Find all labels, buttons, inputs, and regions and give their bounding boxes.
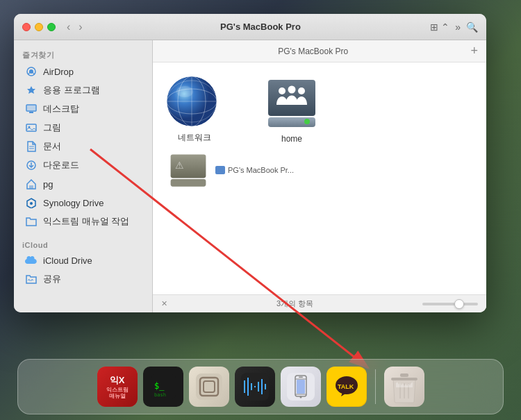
svg-text:bash: bash bbox=[154, 392, 166, 398]
exstream-icon bbox=[25, 215, 38, 228]
home-file-item[interactable]: home bbox=[264, 78, 320, 144]
airdrop-icon bbox=[25, 65, 38, 78]
dock-item-trash[interactable] bbox=[384, 367, 424, 407]
sidebar-item-pictures[interactable]: 그림 bbox=[17, 119, 149, 137]
sidebar: 즐겨찾기 AirDrop bbox=[14, 40, 153, 312]
title-bar: ‹ › PG's MacBook Pro ⊞ ⌃ » 🔍 bbox=[14, 14, 486, 40]
content-area: 즐겨찾기 AirDrop bbox=[14, 40, 486, 312]
svg-point-20 bbox=[176, 86, 193, 97]
dock-separator bbox=[375, 369, 376, 404]
synology-icon bbox=[25, 196, 38, 209]
shared-label: 공유 bbox=[43, 273, 61, 285]
sidebar-item-shared[interactable]: 공유 bbox=[17, 270, 149, 288]
back-button[interactable]: ‹ bbox=[64, 19, 73, 35]
window-title: PG's MacBook Pro bbox=[91, 22, 431, 32]
sidebar-item-synology[interactable]: Synology Drive bbox=[17, 194, 149, 212]
applications-icon bbox=[25, 84, 38, 96]
dock-item-soundboard[interactable] bbox=[235, 367, 275, 407]
extream-sub-text: 익스트림매뉴얼 bbox=[106, 387, 129, 400]
desktop-label: 데스크탑 bbox=[43, 103, 79, 115]
svg-point-26 bbox=[298, 87, 305, 94]
pictures-icon bbox=[25, 121, 38, 134]
svg-rect-58 bbox=[400, 373, 408, 377]
partial-item-label: PG's MacBook Pr... bbox=[228, 166, 294, 174]
svg-rect-3 bbox=[26, 105, 36, 111]
sidebar-item-desktop[interactable]: 데스크탑 bbox=[17, 100, 149, 118]
forward-button[interactable]: › bbox=[76, 19, 85, 35]
dock-item-iphone-mirroring[interactable] bbox=[281, 367, 321, 407]
svg-point-25 bbox=[288, 86, 296, 94]
network-icon bbox=[167, 76, 222, 126]
status-bar-left: ✕ bbox=[161, 299, 167, 308]
svg-rect-5 bbox=[26, 124, 36, 131]
sidebar-item-pg[interactable]: pg bbox=[17, 175, 149, 193]
desktop-icon bbox=[25, 103, 38, 115]
traffic-lights bbox=[22, 23, 56, 31]
sidebar-item-documents[interactable]: 문서 bbox=[17, 137, 149, 156]
shared-icon bbox=[25, 273, 38, 285]
downloads-label: 다운로드 bbox=[43, 159, 79, 171]
partial-row: ⚠ PG's MacBook Pr... bbox=[167, 153, 472, 187]
svg-rect-4 bbox=[29, 112, 33, 113]
add-button[interactable]: + bbox=[470, 44, 478, 58]
finder-window: ‹ › PG's MacBook Pro ⊞ ⌃ » 🔍 즐겨찾기 bbox=[14, 14, 486, 312]
sidebar-item-airdrop[interactable]: AirDrop bbox=[17, 62, 149, 81]
svg-rect-53 bbox=[297, 380, 305, 394]
exstream-label: 익스트림 매뉴얼 작업 bbox=[43, 215, 129, 228]
svg-point-13 bbox=[30, 202, 33, 205]
more-button[interactable]: » bbox=[455, 22, 461, 33]
dock-item-squircle[interactable] bbox=[189, 367, 229, 407]
pg-label: pg bbox=[43, 179, 53, 190]
location-bar: PG's MacBook Pro + bbox=[153, 40, 486, 62]
synology-label: Synology Drive bbox=[43, 198, 104, 208]
extream-ex-text: 익X bbox=[110, 374, 124, 387]
svg-rect-52 bbox=[299, 377, 303, 378]
icloud-drive-label: iCloud Drive bbox=[43, 255, 92, 266]
documents-icon bbox=[25, 140, 38, 153]
documents-label: 문서 bbox=[43, 140, 61, 153]
dock-item-kakao[interactable]: TALK bbox=[326, 367, 367, 407]
toolbar-right: ⊞ ⌃ » 🔍 bbox=[430, 22, 478, 33]
maximize-button[interactable] bbox=[47, 23, 56, 31]
svg-point-24 bbox=[279, 87, 286, 94]
network-file-item[interactable]: 네트워크 bbox=[167, 76, 222, 144]
view-button[interactable]: ⊞ ⌃ bbox=[430, 22, 449, 33]
svg-point-51 bbox=[299, 396, 301, 398]
close-icon-status[interactable]: ✕ bbox=[161, 299, 167, 308]
sidebar-item-exstream[interactable]: 익스트림 매뉴얼 작업 bbox=[17, 212, 149, 230]
pg-icon bbox=[25, 178, 38, 190]
minimize-button[interactable] bbox=[35, 23, 43, 31]
nav-buttons: ‹ › bbox=[64, 19, 85, 35]
svg-text:⚠: ⚠ bbox=[175, 160, 184, 171]
sidebar-item-icloud-drive[interactable]: iCloud Drive bbox=[17, 251, 149, 269]
file-grid-row-1: 네트워크 bbox=[167, 76, 472, 144]
file-area: 네트워크 bbox=[153, 62, 486, 294]
close-button[interactable] bbox=[22, 23, 31, 31]
dock-item-extream[interactable]: 익X 익스트림매뉴얼 bbox=[97, 367, 138, 407]
status-bar: ✕ 3개의 항목 bbox=[153, 294, 486, 312]
dock: 익X 익스트림매뉴얼 $_ bash bbox=[17, 359, 504, 414]
svg-text:TALK: TALK bbox=[338, 383, 354, 390]
svg-rect-11 bbox=[29, 185, 33, 189]
status-count: 3개의 항목 bbox=[173, 299, 417, 309]
main-content: PG's MacBook Pro + bbox=[153, 40, 486, 312]
icloud-drive-icon bbox=[25, 254, 38, 267]
svg-text:$_: $_ bbox=[154, 381, 165, 391]
partial-drive-icon: ⚠ bbox=[167, 153, 210, 187]
location-title: PG's MacBook Pro bbox=[161, 47, 465, 56]
svg-rect-57 bbox=[391, 378, 417, 380]
search-button[interactable]: 🔍 bbox=[466, 22, 478, 33]
svg-point-23 bbox=[304, 119, 310, 124]
sidebar-item-applications[interactable]: 응용 프로그램 bbox=[17, 81, 149, 99]
icloud-label: iCloud bbox=[14, 237, 152, 251]
svg-rect-29 bbox=[171, 179, 206, 187]
svg-rect-30 bbox=[215, 166, 225, 174]
home-icon bbox=[267, 78, 317, 128]
dock-item-terminal[interactable]: $_ bash bbox=[143, 367, 183, 407]
size-slider[interactable] bbox=[422, 303, 478, 305]
applications-label: 응용 프로그램 bbox=[43, 84, 100, 96]
network-label: 네트워크 bbox=[178, 132, 211, 144]
downloads-icon bbox=[25, 159, 38, 171]
sidebar-item-downloads[interactable]: 다운로드 bbox=[17, 156, 149, 174]
pictures-label: 그림 bbox=[43, 121, 61, 134]
